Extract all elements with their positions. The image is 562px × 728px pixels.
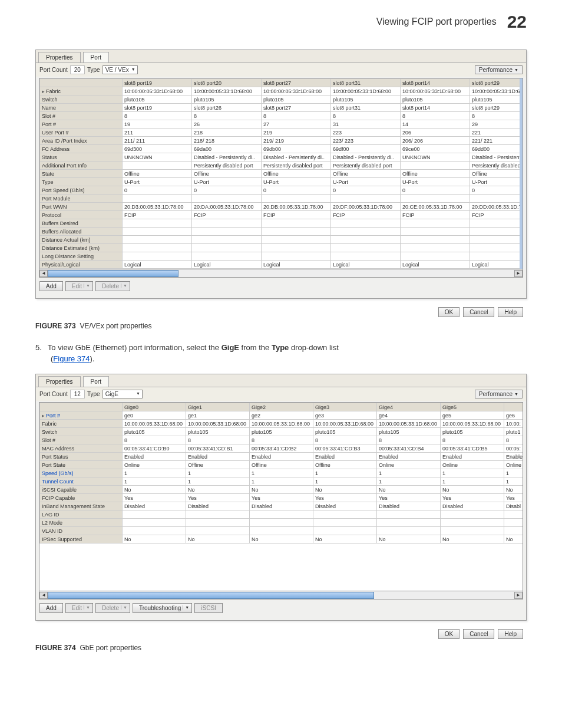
performance-button[interactable]: Performance — [475, 65, 523, 74]
tab-properties[interactable]: Properties — [38, 376, 81, 387]
troubleshooting-button[interactable]: Troubleshooting — [133, 603, 192, 613]
performance-button[interactable]: Performance — [475, 390, 523, 398]
horizontal-scrollbar[interactable]: ◄ ► — [39, 269, 523, 277]
table-cell: 1 — [250, 469, 313, 477]
row-label: Speed (Gb/s) — [40, 469, 123, 477]
table-row: Buffers Desired — [40, 219, 524, 228]
edit-button[interactable]: Edit — [65, 603, 93, 613]
table-cell: 10:00:00:05:33:1D:68:00 — [123, 420, 186, 428]
row-label: Type — [40, 178, 123, 186]
table-cell: Enable — [504, 453, 524, 461]
column-header[interactable] — [504, 403, 524, 411]
cancel-button[interactable]: Cancel — [463, 307, 494, 317]
table-cell — [401, 252, 470, 261]
table-cell: Disabled — [441, 502, 504, 510]
column-header[interactable]: Gige3 — [313, 403, 377, 411]
tab-port[interactable]: Port — [83, 52, 109, 62]
table-cell — [470, 219, 524, 228]
help-button[interactable]: Help — [498, 307, 523, 317]
table-cell: 10:00:00:05:33:1D:68:00 — [192, 87, 262, 95]
edit-button[interactable]: Edit — [65, 281, 93, 291]
table-cell: Disabled — [377, 502, 441, 510]
table-row: Switchpluto105pluto105pluto105pluto105pl… — [40, 95, 524, 104]
table-cell — [186, 519, 250, 527]
table-cell: pluto105 — [377, 428, 441, 436]
column-header[interactable]: slot8 port31 — [331, 79, 401, 87]
scroll-left-icon[interactable]: ◄ — [39, 592, 48, 599]
table-cell: 8 — [377, 436, 441, 444]
expand-icon[interactable]: ▸ — [42, 88, 45, 94]
table-cell: pluto105 — [192, 95, 262, 104]
ok-button[interactable]: OK — [438, 307, 459, 317]
row-label: Port WWN — [40, 203, 123, 211]
scroll-right-icon[interactable]: ► — [514, 270, 523, 277]
delete-button[interactable]: Delete — [95, 603, 130, 613]
expand-icon[interactable]: ▸ — [42, 413, 45, 419]
type-dropdown[interactable]: VE / VEx — [103, 65, 138, 74]
column-header[interactable]: Gige2 — [250, 403, 313, 411]
table-row: Buffers Allocated — [40, 228, 524, 236]
table-cell: 1 — [441, 469, 504, 477]
table-row: L2 Mode — [40, 519, 524, 527]
scroll-left-icon[interactable]: ◄ — [39, 270, 48, 277]
scrollbar-thumb[interactable] — [48, 592, 374, 599]
column-header[interactable]: slot8 port29 — [470, 79, 524, 87]
tab-properties[interactable]: Properties — [38, 52, 81, 62]
table-cell: Enabled — [441, 453, 504, 461]
column-header[interactable]: slot8 port27 — [262, 79, 331, 87]
table-cell: 00:05:33:41:CD:B5 — [441, 444, 504, 453]
portcount-value: 20 — [70, 65, 85, 74]
table-cell: Yes — [186, 494, 250, 502]
table-cell: pluto105 — [186, 428, 250, 436]
table-cell: Logical — [470, 261, 524, 269]
column-header[interactable]: Gige0 — [123, 403, 186, 411]
column-header[interactable]: Gige4 — [377, 403, 441, 411]
column-header[interactable]: slot8 port14 — [401, 79, 470, 87]
add-button[interactable]: Add — [39, 603, 63, 613]
table-cell: Persistently disabled port — [470, 162, 524, 170]
ports-table: slot8 port19slot8 port20slot8 port27slot… — [39, 78, 523, 278]
type-label: Type — [87, 67, 100, 73]
horizontal-scrollbar[interactable]: ◄ ► — [39, 591, 523, 599]
table-cell: U-Port — [401, 178, 470, 186]
table-cell: 0 — [470, 186, 524, 195]
table-row: Slot #888888 — [40, 112, 524, 120]
table-cell: Online — [123, 461, 186, 469]
row-label-link[interactable]: Port # — [46, 413, 60, 419]
table-cell: Offline — [123, 170, 192, 178]
scroll-right-icon[interactable]: ► — [514, 592, 523, 599]
vertical-scrollbar[interactable] — [520, 78, 523, 269]
scrollbar-thumb[interactable] — [48, 270, 178, 277]
table-row: Slot #8888888 — [40, 436, 524, 444]
column-header[interactable]: Gige5 — [441, 403, 504, 411]
iscsi-button[interactable]: iSCSI — [194, 603, 223, 613]
table-cell: 1 — [313, 469, 377, 477]
figure-374-link[interactable]: Figure 374 — [53, 354, 90, 363]
delete-button[interactable]: Delete — [95, 281, 130, 291]
help-button[interactable]: Help — [498, 629, 523, 639]
add-button[interactable]: Add — [39, 281, 63, 291]
tab-port[interactable]: Port — [83, 376, 109, 387]
row-label: Port # — [40, 120, 123, 129]
table-cell — [192, 228, 262, 236]
table-cell: No — [186, 486, 250, 494]
figure-link-line: (Figure 374). — [51, 354, 527, 363]
table-cell — [123, 195, 192, 203]
column-header[interactable]: Gige1 — [186, 403, 250, 411]
column-header[interactable]: slot8 port20 — [192, 79, 262, 87]
table-cell — [192, 195, 262, 203]
column-header[interactable]: slot8 port19 — [123, 79, 192, 87]
table-row: Port Module — [40, 195, 524, 203]
row-label: Switch — [40, 428, 123, 436]
table-cell: UNKNOWN — [401, 153, 470, 162]
table-cell: 1 — [186, 469, 250, 477]
table-cell: 8 — [331, 112, 401, 120]
type-dropdown[interactable]: GigE — [103, 390, 143, 398]
row-label-link[interactable]: Speed (Gb/s) — [42, 470, 74, 476]
table-cell — [331, 228, 401, 236]
row-label-link[interactable]: Tunnel Count — [42, 479, 74, 485]
ok-button[interactable]: OK — [438, 629, 459, 639]
cancel-button[interactable]: Cancel — [463, 629, 494, 639]
row-label: L2 Mode — [40, 519, 123, 527]
portcount-value: 12 — [70, 390, 85, 398]
